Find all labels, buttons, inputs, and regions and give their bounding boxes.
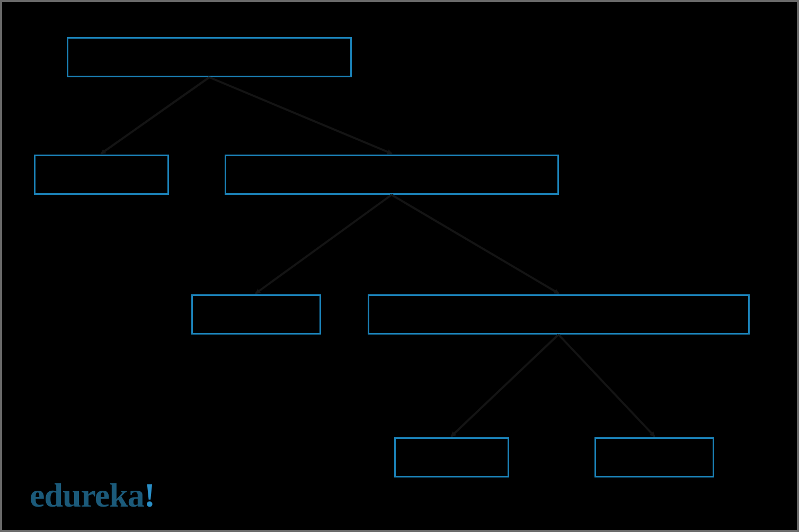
node-l2b: [368, 294, 750, 335]
brand-logo: edureka!: [30, 476, 155, 515]
edge-l1b-l2a: [256, 195, 392, 293]
edge-l1b-l2b: [392, 195, 558, 293]
edge-l2b-l3b: [558, 335, 654, 436]
node-l1b: [225, 155, 559, 195]
node-root: [67, 37, 352, 77]
node-l2a: [191, 294, 321, 335]
node-l3a: [394, 437, 509, 477]
brand-bang: !: [144, 476, 155, 514]
node-l1a: [34, 155, 169, 195]
edge-l2b-l3a: [451, 335, 558, 436]
node-l3b: [594, 437, 714, 477]
diagram-canvas: edureka!: [2, 2, 797, 530]
edge-root-l1a: [101, 77, 209, 154]
brand-text: edureka: [30, 476, 144, 514]
edge-root-l1b: [209, 77, 392, 154]
